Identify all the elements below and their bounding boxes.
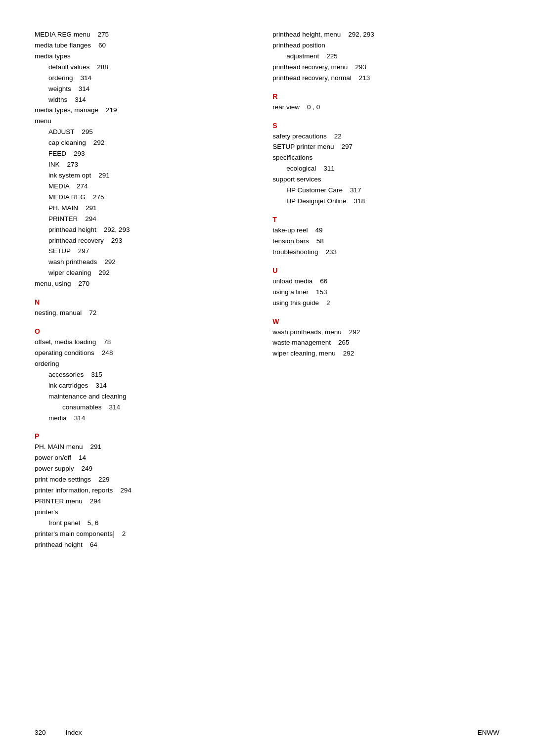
list-item: menu, using 270 bbox=[35, 279, 248, 289]
list-item: front panel 5, 6 bbox=[35, 518, 248, 529]
entry-term: support services bbox=[272, 176, 321, 183]
entry-term: printhead height bbox=[35, 541, 83, 548]
entry-pages: 293 bbox=[111, 237, 123, 244]
entry-pages: 294 bbox=[85, 215, 96, 222]
list-item: media tube flanges 60 bbox=[35, 41, 248, 51]
entry-pages: 314 bbox=[79, 85, 90, 92]
list-item: media types, manage 219 bbox=[35, 105, 248, 116]
list-item: media 314 bbox=[35, 413, 248, 424]
entry-term: media types bbox=[35, 52, 71, 60]
entry-term: troubleshooting bbox=[272, 248, 318, 256]
section-header-u: U bbox=[272, 267, 499, 274]
list-item: specifications bbox=[272, 153, 499, 163]
entry-term: printer's bbox=[35, 508, 58, 516]
entry-term: consumables bbox=[62, 403, 102, 411]
entry-pages: 314 bbox=[74, 414, 86, 422]
list-item: menu bbox=[35, 116, 248, 127]
list-item: print mode settings 229 bbox=[35, 475, 248, 485]
entry-term: tension bars bbox=[272, 237, 309, 245]
list-item: ink system opt 291 bbox=[35, 171, 248, 181]
entry-pages: 64 bbox=[90, 541, 97, 548]
entry-pages: 275 bbox=[93, 193, 104, 201]
entry-pages: 291 bbox=[98, 172, 110, 179]
entry-pages: 60 bbox=[98, 42, 106, 49]
list-item: support services bbox=[272, 175, 499, 185]
entry-term: FEED bbox=[48, 150, 66, 157]
entry-term: PH. MAIN menu bbox=[35, 443, 83, 450]
list-item: consumables 314 bbox=[35, 402, 248, 413]
entry-pages: 291 bbox=[90, 443, 102, 450]
entry-term: printhead recovery, normal bbox=[272, 74, 352, 82]
entry-pages: 153 bbox=[316, 288, 327, 296]
section-header-t: T bbox=[272, 216, 499, 223]
list-item: printer's bbox=[35, 507, 248, 518]
entry-term: operating conditions bbox=[35, 349, 94, 356]
list-item: using this guide 2 bbox=[272, 298, 499, 309]
list-item: PRINTER 294 bbox=[35, 214, 248, 224]
entry-term: printhead recovery, menu bbox=[272, 63, 348, 71]
entry-term: menu bbox=[35, 117, 51, 125]
entry-pages: 315 bbox=[91, 371, 102, 378]
entry-term: printhead recovery bbox=[48, 237, 104, 244]
list-item: ordering 314 bbox=[35, 73, 248, 84]
entry-term: INK bbox=[48, 161, 60, 168]
entry-term: SETUP printer menu bbox=[272, 143, 334, 150]
entry-pages: 265 bbox=[338, 339, 350, 346]
entry-pages: 233 bbox=[326, 248, 337, 256]
entry-term: power supply bbox=[35, 465, 74, 472]
entry-pages: 317 bbox=[350, 186, 361, 194]
entry-pages: 318 bbox=[354, 197, 365, 205]
entry-term: HP Customer Care bbox=[286, 186, 343, 194]
entry-pages: 248 bbox=[102, 349, 113, 356]
entry-term: MEDIA bbox=[48, 182, 69, 190]
list-item: ordering bbox=[35, 359, 248, 369]
section-header-p: P bbox=[35, 432, 248, 440]
entry-term: ecological bbox=[286, 165, 316, 172]
entry-term: power on/off bbox=[35, 454, 71, 461]
entry-term: weights bbox=[48, 85, 71, 92]
entry-term: wash printheads bbox=[48, 258, 97, 266]
footer-page-number: 320 bbox=[35, 729, 46, 736]
entry-term: SETUP bbox=[48, 247, 71, 255]
list-item: SETUP 297 bbox=[35, 246, 248, 257]
section-header-r: R bbox=[272, 92, 499, 100]
entry-term: printer information, reports bbox=[35, 487, 113, 494]
entry-term: menu, using bbox=[35, 280, 71, 287]
list-item: HP Designjet Online 318 bbox=[272, 196, 499, 207]
entry-pages: 66 bbox=[320, 277, 327, 285]
entry-term: offset, media loading bbox=[35, 338, 96, 346]
list-item: accessories 315 bbox=[35, 370, 248, 380]
page-footer: 320 Index ENWW bbox=[35, 729, 499, 736]
entry-term: media types, manage bbox=[35, 106, 98, 114]
entry-term: wash printheads, menu bbox=[272, 328, 342, 336]
entry-pages: 72 bbox=[89, 309, 96, 316]
entry-term: MEDIA REG menu bbox=[35, 31, 90, 38]
list-item: wash printheads, menu 292 bbox=[272, 327, 499, 338]
entry-term: waste management bbox=[272, 339, 331, 346]
entry-term: PRINTER menu bbox=[35, 497, 83, 505]
entry-term: printhead position bbox=[272, 42, 325, 49]
list-item: MEDIA REG menu 275 bbox=[35, 30, 248, 40]
footer-section: Index bbox=[66, 729, 82, 736]
entry-pages: 295 bbox=[82, 128, 93, 135]
entry-term: print mode settings bbox=[35, 476, 91, 483]
list-item: ink cartridges 314 bbox=[35, 381, 248, 391]
entry-term: take-up reel bbox=[272, 226, 308, 234]
footer-left: 320 Index bbox=[35, 729, 82, 736]
list-item: PH. MAIN menu 291 bbox=[35, 442, 248, 452]
section-header-w: W bbox=[272, 317, 499, 325]
list-item: waste management 265 bbox=[272, 338, 499, 348]
entry-pages: 292 bbox=[349, 328, 360, 336]
entry-pages: 292 bbox=[343, 350, 355, 357]
content-columns: MEDIA REG menu 275 media tube flanges 60… bbox=[35, 30, 499, 551]
entry-pages: 225 bbox=[326, 52, 338, 60]
list-item: printhead recovery, normal 213 bbox=[272, 73, 499, 84]
list-item: MEDIA REG 275 bbox=[35, 192, 248, 203]
entry-term: using a liner bbox=[272, 288, 309, 296]
list-item: nesting, manual 72 bbox=[35, 308, 248, 318]
list-item: maintenance and cleaning bbox=[35, 392, 248, 402]
list-item: PH. MAIN 291 bbox=[35, 203, 248, 214]
list-item: printhead height 292, 293 bbox=[35, 225, 248, 235]
entry-term: accessories bbox=[48, 371, 84, 378]
entry-pages: 294 bbox=[120, 487, 132, 494]
